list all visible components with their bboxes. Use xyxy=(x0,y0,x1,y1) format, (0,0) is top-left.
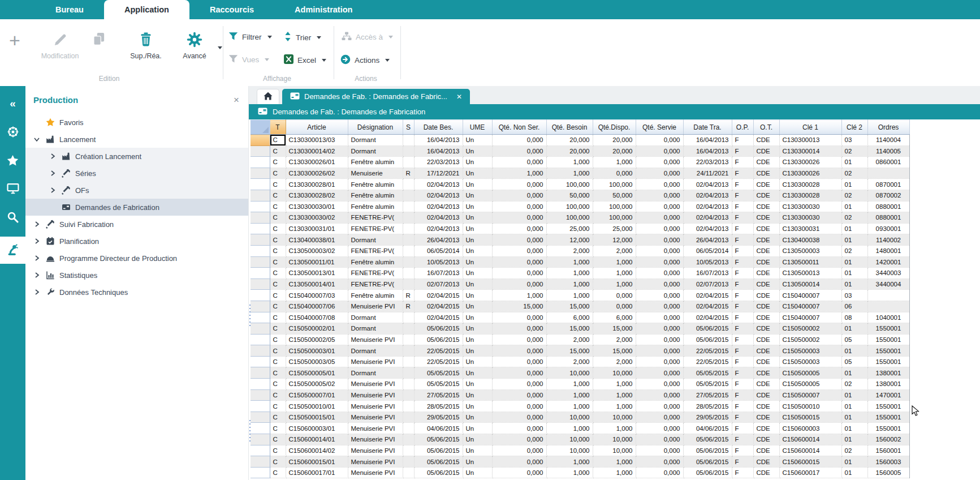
sort-caret-icon[interactable] xyxy=(317,36,321,39)
row-selector[interactable] xyxy=(251,467,270,478)
row-selector[interactable] xyxy=(251,345,270,357)
cell-qte_servie[interactable]: 0,000 xyxy=(636,401,683,412)
cell-ume[interactable]: Un xyxy=(463,456,492,468)
row-selector[interactable] xyxy=(251,245,270,256)
cell-cle2[interactable]: 01 xyxy=(841,389,867,401)
cell-date_tra[interactable]: 22/03/2013 xyxy=(683,157,732,168)
cell-cle2[interactable]: 01 xyxy=(841,467,867,478)
cell-cle2[interactable]: 01 xyxy=(841,268,867,279)
tree-item-suivi-fabrication[interactable]: Suivi Fabrication xyxy=(25,216,248,233)
cell-op[interactable]: F xyxy=(732,256,753,268)
cell-qte_dispo[interactable]: 0,000 xyxy=(593,290,636,301)
row-selector[interactable] xyxy=(251,401,270,412)
cell-cle1[interactable]: C150500002 xyxy=(779,334,841,345)
cell-qte_dispo[interactable]: 2,000 xyxy=(593,334,636,345)
cell-date_tra[interactable]: 02/04/2015 xyxy=(683,290,732,301)
cell-op[interactable]: F xyxy=(732,168,753,179)
tree-item-statistiques[interactable]: Statistiques xyxy=(25,267,248,284)
cell-cle1[interactable]: C150500002 xyxy=(779,323,841,335)
collapse-icon[interactable]: « xyxy=(0,93,25,114)
cell-qte_servie[interactable]: 0,000 xyxy=(636,223,683,234)
cell-qte_besoin[interactable]: 1,000 xyxy=(546,379,593,390)
cell-ordres[interactable]: 1560002 xyxy=(867,434,909,445)
cell-designation[interactable]: Dormant xyxy=(348,145,403,157)
cell-ume[interactable]: Un xyxy=(463,423,492,434)
cell-ot[interactable]: CDE xyxy=(753,301,779,312)
cell-designation[interactable]: Dormant xyxy=(348,345,403,357)
cell-qte_non_ser[interactable]: 0,000 xyxy=(492,268,546,279)
cell-ordres[interactable]: 1550001 xyxy=(867,412,909,423)
row-selector[interactable] xyxy=(251,379,270,390)
cell-ot[interactable]: CDE xyxy=(753,334,779,345)
menu-tab-application[interactable]: Application xyxy=(104,0,189,19)
cell-qte_besoin[interactable]: 50,000 xyxy=(546,190,593,201)
cell-cle2[interactable]: 05 xyxy=(841,334,867,345)
cell-cle1[interactable]: C130500013 xyxy=(779,268,841,279)
cell-qte_besoin[interactable]: 1,000 xyxy=(546,278,593,290)
column-header-qte_dispo[interactable]: Qté.Dispo. xyxy=(593,120,636,135)
cell-date_bes[interactable]: 28/05/2015 xyxy=(414,401,463,412)
search-icon[interactable] xyxy=(0,206,25,228)
row-selector[interactable] xyxy=(251,334,270,345)
cell-qte_servie[interactable]: 0,000 xyxy=(636,323,683,335)
cell-date_tra[interactable]: 28/05/2015 xyxy=(683,401,732,412)
row-selector[interactable] xyxy=(251,201,270,212)
cell-op[interactable]: F xyxy=(732,423,753,434)
row-selector[interactable] xyxy=(251,179,270,190)
cell-qte_non_ser[interactable]: 0,000 xyxy=(492,157,546,168)
cell-date_bes[interactable]: 04/06/2015 xyxy=(414,423,463,434)
cell-article[interactable]: C130300013/03 xyxy=(286,135,348,146)
cell-ot[interactable]: CDE xyxy=(753,245,779,256)
cell-t[interactable]: C xyxy=(270,345,286,357)
table-row[interactable]: CC150500007/01Menuiserie PVI27/05/2015Un… xyxy=(251,389,909,401)
cell-s[interactable] xyxy=(403,423,414,434)
cell-date_bes[interactable]: 27/05/2015 xyxy=(414,389,463,401)
cell-ume[interactable]: Un xyxy=(463,323,492,335)
cell-t[interactable]: C xyxy=(270,179,286,190)
cell-qte_besoin[interactable]: 1,000 xyxy=(546,423,593,434)
cell-ume[interactable]: Un xyxy=(463,190,492,201)
cell-qte_dispo[interactable]: 50,000 xyxy=(593,190,636,201)
column-header-t[interactable]: T xyxy=(270,120,286,135)
cell-t[interactable]: C xyxy=(270,201,286,212)
cell-qte_servie[interactable]: 0,000 xyxy=(636,157,683,168)
cell-designation[interactable]: Menuiserie PVI xyxy=(348,445,403,456)
cell-date_bes[interactable]: 02/04/2015 xyxy=(414,290,463,301)
cell-date_bes[interactable]: 16/07/2013 xyxy=(414,268,463,279)
cell-ot[interactable]: CDE xyxy=(753,323,779,335)
cell-cle1[interactable]: C130300014 xyxy=(779,145,841,157)
cell-s[interactable] xyxy=(403,379,414,390)
table-row[interactable]: CC150500003/01Dormant22/05/2015Un0,00015… xyxy=(251,345,909,357)
cell-op[interactable]: F xyxy=(732,290,753,301)
chevron-right-icon[interactable] xyxy=(48,153,57,160)
cell-qte_non_ser[interactable]: 0,000 xyxy=(492,412,546,423)
cell-qte_dispo[interactable]: 25,000 xyxy=(593,223,636,234)
cell-qte_dispo[interactable]: 20,000 xyxy=(593,135,636,146)
cell-date_bes[interactable]: 22/03/2013 xyxy=(414,157,463,168)
cell-qte_besoin[interactable]: 10,000 xyxy=(546,367,593,379)
cell-qte_servie[interactable]: 0,000 xyxy=(636,179,683,190)
cell-op[interactable]: F xyxy=(732,445,753,456)
cell-qte_besoin[interactable]: 1,000 xyxy=(546,401,593,412)
cell-ordres[interactable]: 0870002 xyxy=(867,190,909,201)
cell-date_tra[interactable]: 02/04/2013 xyxy=(683,179,732,190)
table-row[interactable]: CC150600003/01Menuiserie PVI04/06/2015Un… xyxy=(251,423,909,434)
cell-op[interactable]: F xyxy=(732,223,753,234)
cell-qte_servie[interactable]: 0,000 xyxy=(636,145,683,157)
cell-ot[interactable]: CDE xyxy=(753,312,779,323)
cell-qte_non_ser[interactable]: 0,000 xyxy=(492,256,546,268)
cell-op[interactable]: F xyxy=(732,234,753,246)
cell-qte_non_ser[interactable]: 0,000 xyxy=(492,401,546,412)
cell-cle1[interactable]: C130500003 xyxy=(779,245,841,256)
cell-article[interactable]: C130500014/01 xyxy=(286,278,348,290)
cell-cle2[interactable]: 02 xyxy=(841,212,867,224)
cell-qte_besoin[interactable]: 15,000 xyxy=(546,323,593,335)
cell-qte_besoin[interactable]: 10,000 xyxy=(546,445,593,456)
cell-date_bes[interactable]: 02/04/2015 xyxy=(414,301,463,312)
cell-ume[interactable]: Un xyxy=(463,145,492,157)
cell-ume[interactable]: Un xyxy=(463,268,492,279)
row-selector[interactable] xyxy=(251,223,270,234)
cell-t[interactable]: C xyxy=(270,223,286,234)
cell-op[interactable]: F xyxy=(732,323,753,335)
cell-ordres[interactable]: 1550001 xyxy=(867,334,909,345)
